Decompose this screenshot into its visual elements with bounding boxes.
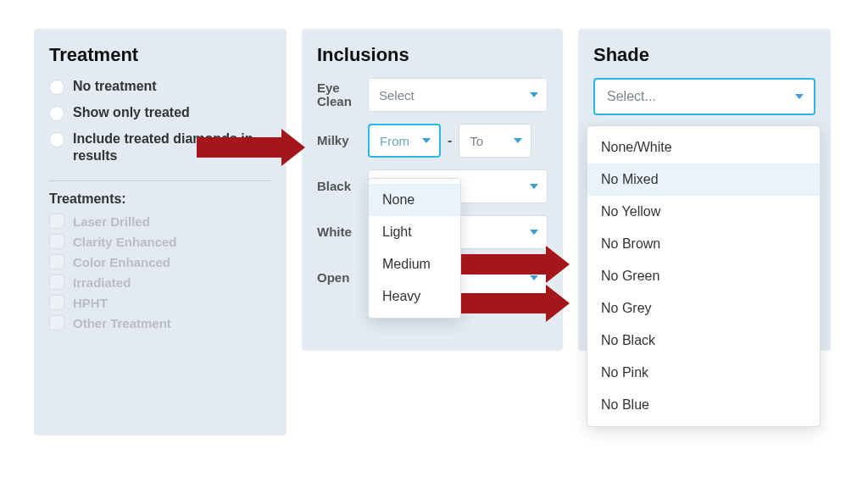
select-shade[interactable]: Select...: [593, 78, 815, 115]
select-value: To: [470, 134, 483, 148]
chevron-down-icon: [422, 138, 431, 143]
check-label: Other Treatment: [73, 316, 171, 330]
radio-label: Include treated diamonds in results: [73, 130, 271, 166]
check-hpht[interactable]: HPHT: [49, 295, 271, 310]
select-placeholder: Select...: [607, 89, 656, 104]
radio-icon: [49, 132, 64, 147]
radio-no-treatment[interactable]: No treatment: [49, 78, 271, 96]
chevron-down-icon: [795, 94, 804, 99]
option-no-yellow[interactable]: No Yellow: [587, 196, 820, 228]
label-eye-clean: Eye Clean: [317, 81, 361, 109]
radio-include-treated[interactable]: Include treated diamonds in results: [49, 130, 271, 166]
chevron-down-icon: [530, 230, 538, 235]
option-no-green[interactable]: No Green: [587, 260, 820, 292]
select-milky-from[interactable]: From: [368, 124, 441, 158]
option-no-mixed[interactable]: No Mixed: [587, 164, 820, 196]
checkbox-icon: [49, 274, 64, 290]
check-label: Clarity Enhanced: [73, 235, 177, 249]
divider: [49, 180, 271, 181]
option-heavy[interactable]: Heavy: [369, 280, 460, 313]
select-value: From: [380, 134, 409, 148]
label-milky: Milky: [317, 134, 361, 148]
checkbox-icon: [49, 214, 64, 229]
chevron-down-icon: [530, 92, 538, 97]
select-value: Select: [379, 88, 415, 103]
check-other-treatment[interactable]: Other Treatment: [49, 315, 271, 330]
check-label: Irradiated: [73, 275, 131, 290]
shade-title: Shade: [593, 44, 815, 66]
checkbox-icon: [49, 315, 64, 330]
check-label: Laser Drilled: [73, 214, 150, 229]
radio-label: Show only treated: [73, 104, 190, 122]
chevron-down-icon: [530, 275, 538, 280]
select-eye-clean[interactable]: Select: [368, 78, 548, 112]
treatment-panel: Treatment No treatment Show only treated…: [34, 29, 287, 435]
radio-show-only-treated[interactable]: Show only treated: [49, 104, 271, 122]
range-dash: -: [448, 133, 452, 148]
option-no-grey[interactable]: No Grey: [587, 292, 820, 324]
check-label: Color Enhanced: [73, 255, 170, 269]
label-open: Open: [317, 271, 361, 286]
option-medium[interactable]: Medium: [369, 248, 460, 280]
checkbox-icon: [49, 254, 64, 269]
check-clarity-enhanced[interactable]: Clarity Enhanced: [49, 234, 271, 249]
check-laser-drilled[interactable]: Laser Drilled: [49, 214, 271, 229]
select-milky-to[interactable]: To: [459, 124, 531, 158]
checkbox-icon: [49, 295, 64, 310]
option-no-brown[interactable]: No Brown: [587, 228, 820, 260]
dropdown-shade: None/White No Mixed No Yellow No Brown N…: [587, 125, 821, 427]
row-eye-clean: Eye Clean Select: [317, 78, 548, 112]
option-no-blue[interactable]: No Blue: [587, 389, 820, 421]
radio-icon: [49, 80, 64, 95]
label-white: White: [317, 225, 361, 240]
check-color-enhanced[interactable]: Color Enhanced: [49, 254, 271, 269]
treatments-subtitle: Treatments:: [49, 191, 271, 207]
option-no-black[interactable]: No Black: [587, 324, 820, 357]
check-label: HPHT: [73, 296, 108, 310]
row-milky: Milky From - To: [317, 124, 548, 158]
check-irradiated[interactable]: Irradiated: [49, 274, 271, 290]
option-light[interactable]: Light: [369, 216, 460, 248]
treatment-title: Treatment: [49, 44, 271, 66]
option-no-pink[interactable]: No Pink: [587, 357, 820, 389]
option-none[interactable]: None: [369, 184, 460, 216]
option-none-white[interactable]: None/White: [587, 131, 820, 164]
checkbox-icon: [49, 234, 64, 249]
radio-label: No treatment: [73, 78, 157, 96]
chevron-down-icon: [530, 184, 538, 189]
inclusions-title: Inclusions: [317, 44, 548, 66]
label-black: Black: [317, 180, 361, 194]
dropdown-milky: None Light Medium Heavy: [368, 178, 461, 319]
chevron-down-icon: [514, 138, 522, 143]
radio-icon: [49, 106, 64, 121]
